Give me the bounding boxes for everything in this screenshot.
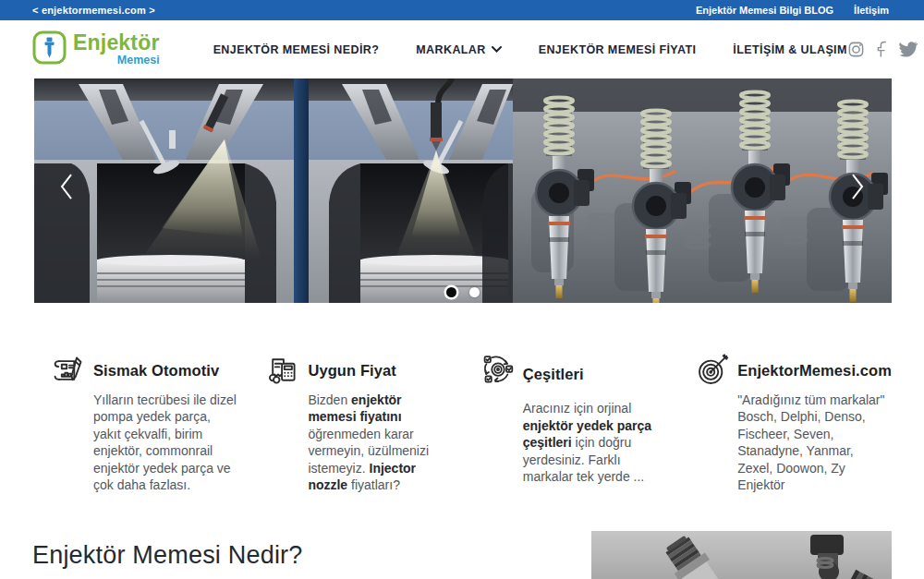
chevron-down-icon xyxy=(492,46,502,53)
variety-cycle-icon xyxy=(480,354,516,387)
topbar-link-enjekt-r-memesi-bilgi-blog[interactable]: Enjektör Memesi Bilgi BLOG xyxy=(696,5,833,16)
topbar-links: Enjektör Memesi Bilgi BLOGİletişim xyxy=(696,5,889,16)
nav-item-i-leti-i-m-ula-im[interactable]: İLETİŞİM & ULAŞIM xyxy=(733,43,846,56)
logo-line1: Enjektör xyxy=(73,32,160,54)
carousel-next-arrow[interactable] xyxy=(845,168,869,208)
feature-title: Sismak Otomotiv xyxy=(93,362,237,380)
logo-line2: Memesi xyxy=(117,54,160,66)
topbar-link-i-leti-im[interactable]: İletişim xyxy=(854,5,889,16)
nav-item-markalar[interactable]: MARKALAR xyxy=(416,43,501,56)
twitter-icon[interactable] xyxy=(899,42,918,57)
dartboard-icon xyxy=(695,354,730,387)
carousel-dots xyxy=(446,287,480,297)
feature-card-sismak-otomotiv: Sismak OtomotivYılların tecrübesi ile di… xyxy=(51,354,237,494)
topbar: < enjektormemesi.com > Enjektör Memesi B… xyxy=(0,0,924,20)
feature-title: EnjektorMemesi.com xyxy=(737,362,892,380)
site-logo[interactable]: Enjektör Memesi xyxy=(32,30,160,68)
feature-card-uygun-fiyat: Uygun FiyatBizden enjektör memesi fiyatı… xyxy=(265,354,452,494)
feature-title: Çeşitleri xyxy=(523,366,667,383)
main-header: Enjektör Memesi ENJEKTÖR MEMESİ NEDİR?MA… xyxy=(0,20,924,78)
injector-parts-photo xyxy=(591,531,892,579)
article-title: Enjektör Memesi Nedir? xyxy=(32,541,303,570)
nav-item-label: ENJEKTÖR MEMESİ FİYATI xyxy=(539,43,697,56)
blueprint-pen-icon xyxy=(51,354,86,387)
topbar-site-link[interactable]: < enjektormemesi.com > xyxy=(32,5,155,16)
nav-item-label: İLETİŞİM & ULAŞIM xyxy=(733,43,846,56)
nav-item-enjekt-r-memesi-nedi-r[interactable]: ENJEKTÖR MEMESİ NEDİR? xyxy=(213,43,380,56)
carousel-prev-arrow[interactable] xyxy=(55,168,79,208)
carousel-dot-2[interactable] xyxy=(469,287,480,297)
hero-slide-engine-illustration xyxy=(34,78,892,303)
nav-item-label: MARKALAR xyxy=(416,43,485,56)
nav-item-label: ENJEKTÖR MEMESİ NEDİR? xyxy=(213,43,380,56)
nav-item-enjekt-r-memesi-fi-yati[interactable]: ENJEKTÖR MEMESİ FİYATI xyxy=(539,43,697,56)
logo-injector-icon xyxy=(32,30,67,68)
feature-card-enjektormemesi-com: EnjektorMemesi.com"Aradığınız tüm markal… xyxy=(695,354,892,494)
feature-text: Yılların tecrübesi ile dizel pompa yedek… xyxy=(93,392,237,494)
instagram-icon[interactable] xyxy=(847,41,865,58)
calculator-receipt-icon xyxy=(265,354,300,387)
feature-card-e-itleri: ÇeşitleriAracınız için orjinal enjektör … xyxy=(480,354,667,494)
feature-text: Bizden enjektör memesi fiyatını öğrenmed… xyxy=(308,392,452,494)
logo-text: Enjektör Memesi xyxy=(73,32,160,66)
main-nav: ENJEKTÖR MEMESİ NEDİR?MARKALARENJEKTÖR M… xyxy=(213,43,847,56)
carousel-dot-1[interactable] xyxy=(446,287,456,297)
features-row: Sismak OtomotivYılların tecrübesi ile di… xyxy=(51,354,892,494)
feature-text: "Aradığınız tüm markalar" Bosch, Delphi,… xyxy=(737,392,892,494)
feature-title: Uygun Fiyat xyxy=(308,362,452,380)
feature-text: Aracınız için orjinal enjektör yedek par… xyxy=(523,400,667,494)
facebook-icon[interactable] xyxy=(877,41,887,58)
social-links xyxy=(847,41,918,58)
hero-carousel xyxy=(34,78,892,303)
